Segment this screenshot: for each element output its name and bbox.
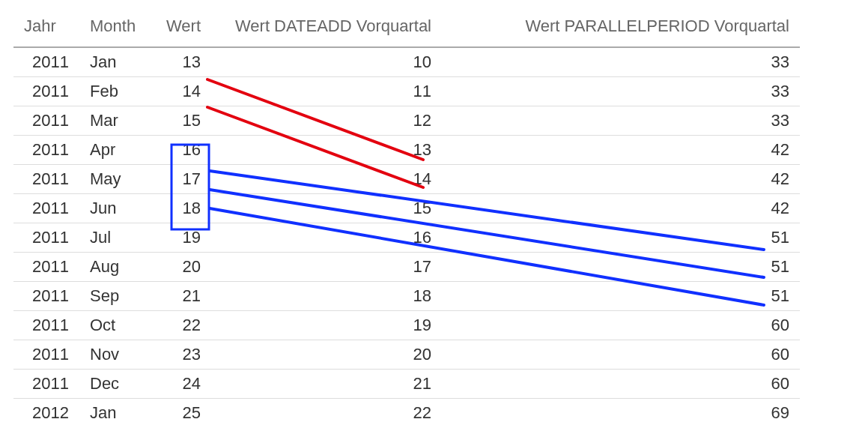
table-row: 2011Dec242160 bbox=[13, 370, 800, 399]
cell-jahr: 2011 bbox=[13, 311, 79, 340]
cell-dateadd: 11 bbox=[211, 77, 442, 106]
cell-parallel: 33 bbox=[442, 47, 800, 77]
cell-parallel: 33 bbox=[442, 77, 800, 106]
cell-dateadd: 22 bbox=[211, 399, 442, 428]
table-row: 2011Jul191651 bbox=[13, 223, 800, 253]
report-canvas: Jahr Month Wert Wert DATEADD Vorquartal … bbox=[0, 0, 868, 443]
cell-month: Jan bbox=[79, 399, 153, 428]
cell-wert: 25 bbox=[153, 399, 211, 428]
cell-parallel: 51 bbox=[442, 253, 800, 282]
cell-dateadd: 19 bbox=[211, 311, 442, 340]
cell-jahr: 2011 bbox=[13, 106, 79, 136]
cell-jahr: 2012 bbox=[13, 399, 79, 428]
cell-wert: 14 bbox=[153, 77, 211, 106]
cell-month: Oct bbox=[79, 311, 153, 340]
cell-jahr: 2011 bbox=[13, 165, 79, 194]
cell-jahr: 2011 bbox=[13, 282, 79, 311]
cell-month: Feb bbox=[79, 77, 153, 106]
cell-month: Mar bbox=[79, 106, 153, 136]
cell-dateadd: 10 bbox=[211, 47, 442, 77]
cell-month: Nov bbox=[79, 340, 153, 370]
cell-month: Jan bbox=[79, 47, 153, 77]
table-row: 2011May171442 bbox=[13, 165, 800, 194]
cell-jahr: 2011 bbox=[13, 223, 79, 253]
cell-parallel: 60 bbox=[442, 370, 800, 399]
cell-dateadd: 14 bbox=[211, 165, 442, 194]
cell-month: Sep bbox=[79, 282, 153, 311]
cell-jahr: 2011 bbox=[13, 136, 79, 165]
cell-wert: 13 bbox=[153, 47, 211, 77]
cell-jahr: 2011 bbox=[13, 253, 79, 282]
table-row: 2011Jan131033 bbox=[13, 47, 800, 77]
table-header: Jahr Month Wert Wert DATEADD Vorquartal … bbox=[13, 9, 800, 47]
cell-jahr: 2011 bbox=[13, 47, 79, 77]
cell-wert: 22 bbox=[153, 311, 211, 340]
cell-dateadd: 21 bbox=[211, 370, 442, 399]
cell-parallel: 42 bbox=[442, 165, 800, 194]
cell-parallel: 42 bbox=[442, 136, 800, 165]
table-row: 2011Oct221960 bbox=[13, 311, 800, 340]
cell-month: May bbox=[79, 165, 153, 194]
data-table: Jahr Month Wert Wert DATEADD Vorquartal … bbox=[13, 9, 800, 427]
col-header-month: Month bbox=[79, 9, 153, 47]
col-header-jahr: Jahr bbox=[13, 9, 79, 47]
cell-dateadd: 15 bbox=[211, 194, 442, 223]
cell-parallel: 33 bbox=[442, 106, 800, 136]
table-row: 2011Apr161342 bbox=[13, 136, 800, 165]
cell-wert: 17 bbox=[153, 165, 211, 194]
cell-jahr: 2011 bbox=[13, 340, 79, 370]
cell-jahr: 2011 bbox=[13, 194, 79, 223]
cell-jahr: 2011 bbox=[13, 370, 79, 399]
cell-month: Jun bbox=[79, 194, 153, 223]
cell-jahr: 2011 bbox=[13, 77, 79, 106]
table-row: 2011Feb141133 bbox=[13, 77, 800, 106]
cell-parallel: 42 bbox=[442, 194, 800, 223]
cell-dateadd: 13 bbox=[211, 136, 442, 165]
table-row: 2011Jun181542 bbox=[13, 194, 800, 223]
col-header-parallel: Wert PARALLELPERIOD Vorquartal bbox=[442, 9, 800, 47]
cell-parallel: 51 bbox=[442, 282, 800, 311]
table-header-row: Jahr Month Wert Wert DATEADD Vorquartal … bbox=[13, 9, 800, 47]
cell-dateadd: 17 bbox=[211, 253, 442, 282]
cell-parallel: 69 bbox=[442, 399, 800, 428]
cell-wert: 15 bbox=[153, 106, 211, 136]
cell-month: Apr bbox=[79, 136, 153, 165]
cell-parallel: 60 bbox=[442, 311, 800, 340]
cell-dateadd: 20 bbox=[211, 340, 442, 370]
cell-dateadd: 18 bbox=[211, 282, 442, 311]
table-row: 2011Aug201751 bbox=[13, 253, 800, 282]
table-body: 2011Jan1310332011Feb1411332011Mar1512332… bbox=[13, 47, 800, 427]
cell-parallel: 51 bbox=[442, 223, 800, 253]
col-header-wert: Wert bbox=[153, 9, 211, 47]
table-row: 2011Mar151233 bbox=[13, 106, 800, 136]
cell-month: Dec bbox=[79, 370, 153, 399]
cell-wert: 19 bbox=[153, 223, 211, 253]
table-row: 2011Sep211851 bbox=[13, 282, 800, 311]
table-row: 2011Nov232060 bbox=[13, 340, 800, 370]
cell-month: Aug bbox=[79, 253, 153, 282]
table-row: 2012Jan252269 bbox=[13, 399, 800, 428]
cell-dateadd: 16 bbox=[211, 223, 442, 253]
cell-wert: 24 bbox=[153, 370, 211, 399]
cell-month: Jul bbox=[79, 223, 153, 253]
cell-wert: 16 bbox=[153, 136, 211, 165]
cell-wert: 20 bbox=[153, 253, 211, 282]
col-header-dateadd: Wert DATEADD Vorquartal bbox=[211, 9, 442, 47]
cell-wert: 21 bbox=[153, 282, 211, 311]
cell-wert: 23 bbox=[153, 340, 211, 370]
cell-dateadd: 12 bbox=[211, 106, 442, 136]
cell-wert: 18 bbox=[153, 194, 211, 223]
cell-parallel: 60 bbox=[442, 340, 800, 370]
